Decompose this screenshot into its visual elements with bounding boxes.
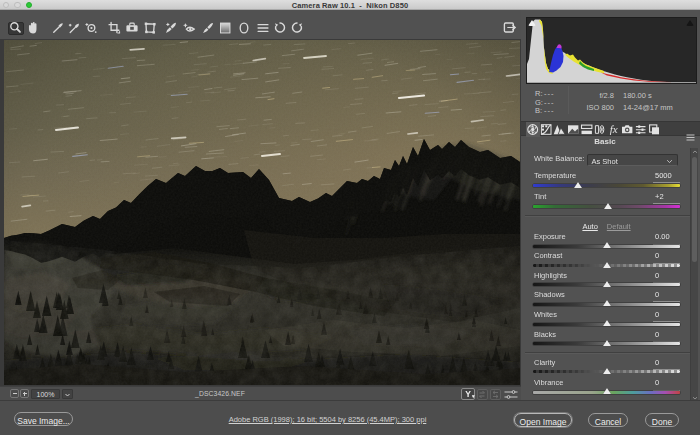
- svg-text:fx: fx: [610, 122, 618, 134]
